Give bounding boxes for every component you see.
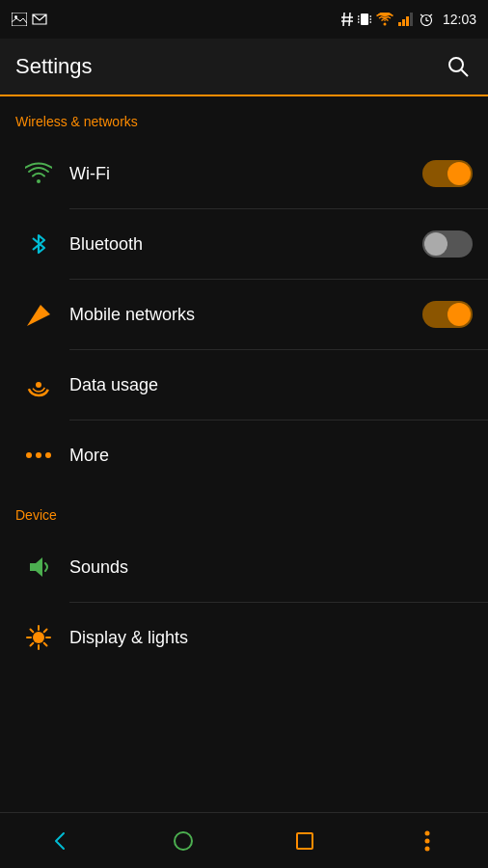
settings-content: Wireless & networks Wi-Fi Bluetooth [0,96,488,672]
svg-rect-41 [297,833,312,849]
svg-line-37 [44,643,47,646]
svg-line-39 [31,643,34,646]
overflow-menu-icon [424,830,430,852]
wifi-status-icon [376,13,393,26]
mobile-toggle-knob [447,303,471,326]
more-icon [15,449,62,461]
mobile-toggle[interactable] [422,301,473,328]
bluetooth-toggle-knob [424,232,447,256]
sounds-icon [15,554,62,581]
mobile-label: Mobile networks [69,305,422,325]
svg-rect-17 [410,13,413,26]
gmail-icon [32,13,47,26]
setting-item-mobile[interactable]: Mobile networks [0,280,488,349]
status-bar-left-icons [12,13,47,26]
display-icon [15,624,62,651]
data-usage-label: Data usage [69,375,473,395]
setting-item-wifi[interactable]: Wi-Fi [0,139,488,208]
svg-rect-6 [361,14,368,25]
sounds-label: Sounds [69,557,473,578]
svg-point-44 [424,846,429,851]
section-header-device: Device [0,490,488,532]
wifi-toggle-control[interactable] [422,160,473,187]
more-label: More [69,446,473,466]
status-bar: 12:03 [0,0,488,39]
app-bar: Settings [0,39,488,95]
bluetooth-toggle[interactable] [422,231,473,258]
svg-point-26 [36,382,41,388]
setting-item-bluetooth[interactable]: Bluetooth [0,209,488,279]
svg-line-38 [44,630,47,633]
svg-rect-0 [12,13,27,26]
hashtag-icon [341,13,353,26]
wifi-toggle[interactable] [422,160,473,187]
menu-button[interactable] [400,814,454,868]
setting-item-more[interactable]: More [0,420,488,490]
svg-point-21 [449,58,463,71]
wifi-toggle-knob [447,162,471,185]
app-bar-title: Settings [15,54,93,79]
svg-point-13 [383,23,386,26]
section-header-wireless: Wireless & networks [0,96,488,139]
data-usage-icon [15,371,62,398]
status-right-icons: 12:03 [341,12,476,27]
home-icon [172,829,195,853]
svg-rect-15 [402,19,405,26]
svg-point-43 [424,838,429,843]
mobile-toggle-control[interactable] [422,301,473,328]
alarm-icon [419,13,434,26]
search-button[interactable] [444,52,473,81]
setting-item-sounds[interactable]: Sounds [0,532,488,602]
svg-line-2 [343,13,344,26]
svg-rect-14 [398,22,401,26]
setting-item-data[interactable]: Data usage [0,350,488,420]
svg-point-27 [26,452,32,458]
bluetooth-label: Bluetooth [69,234,422,255]
vibrate-icon [358,12,371,27]
svg-line-3 [349,13,350,26]
wifi-icon [15,162,62,185]
svg-line-36 [31,630,34,633]
svg-point-28 [36,452,41,458]
display-label: Display & lights [69,628,473,648]
bluetooth-icon [15,231,62,258]
svg-line-22 [462,70,469,77]
svg-point-23 [37,179,41,183]
gallery-icon [12,13,27,26]
svg-marker-30 [30,557,42,577]
svg-rect-16 [406,16,409,26]
setting-item-display[interactable]: Display & lights [0,603,488,672]
svg-point-40 [175,832,192,850]
signal-icon [398,13,414,26]
back-button[interactable] [34,814,88,868]
svg-point-42 [424,830,429,835]
home-button[interactable] [156,814,210,868]
svg-point-31 [33,632,44,643]
bottom-nav [0,812,488,868]
back-icon [49,829,72,853]
wifi-label: Wi-Fi [69,164,422,184]
mobile-networks-icon [15,301,62,328]
recents-icon [294,830,315,852]
svg-point-1 [14,15,17,18]
recents-button[interactable] [278,814,332,868]
status-time: 12:03 [443,12,476,27]
svg-point-29 [45,452,51,458]
bluetooth-toggle-control[interactable] [422,231,473,258]
search-icon [447,55,470,78]
